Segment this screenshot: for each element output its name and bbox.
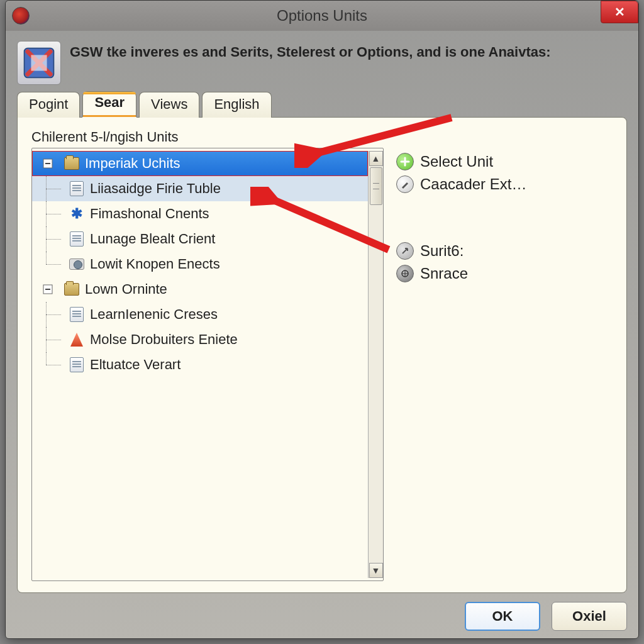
header-row: GSW tke inveres es and Serits, Stelerest… xyxy=(17,41,627,85)
snrace-action[interactable]: Snrace xyxy=(396,262,613,285)
tab-views[interactable]: Views xyxy=(139,92,199,118)
tree-item[interactable]: Lown Orninte xyxy=(32,277,368,302)
header-description: GSW tke inveres es and Serits, Stelerest… xyxy=(70,41,551,85)
tree-item[interactable]: Lunage Blealt Crient xyxy=(32,226,368,252)
tab-row: Pogint Sear Views English xyxy=(17,91,627,117)
scroll-up-button[interactable]: ▲ xyxy=(369,151,383,166)
tree-item-label: Liiasaidge Firie Tuble xyxy=(90,180,221,197)
app-icon xyxy=(12,7,30,25)
select-unit-action[interactable]: Select Unit xyxy=(396,150,613,173)
side-actions: Select Unit Caacader Ext… Surit6: xyxy=(396,148,613,581)
header-icon xyxy=(17,41,61,85)
tree-item[interactable]: ✱Fimashonal Cnents xyxy=(32,201,368,226)
tree-item[interactable]: Lowit Knopen Enects xyxy=(32,252,368,277)
camera-icon xyxy=(67,255,86,273)
cancel-button[interactable]: Oxiel xyxy=(552,602,627,631)
dialog-body: GSW tke inveres es and Serits, Stelerest… xyxy=(6,31,638,638)
expand-icon[interactable] xyxy=(38,155,57,172)
tree-item[interactable]: Liiasaidge Firie Tuble xyxy=(32,176,368,201)
expand-icon[interactable] xyxy=(38,280,57,298)
panel-title: Chilerent 5-l/ngish Units xyxy=(31,129,613,145)
dialog-buttons: OK Oxiel xyxy=(17,593,627,631)
tab-sear[interactable]: Sear xyxy=(82,91,136,117)
document-icon xyxy=(67,230,86,248)
tab-panel: Chilerent 5-l/ngish Units Imperiak Uchit… xyxy=(17,117,627,593)
content-row: Imperiak UchitsLiiasaidge Firie Tuble✱Fi… xyxy=(31,148,613,581)
tree-item[interactable]: Imperiak Uchits xyxy=(32,151,368,176)
select-unit-label: Select Unit xyxy=(420,153,493,170)
arrow-icon xyxy=(396,242,414,260)
folder-icon xyxy=(62,280,81,298)
tree-wrap: Imperiak UchitsLiiasaidge Firie Tuble✱Fi… xyxy=(31,148,384,581)
window-title: Options Units xyxy=(277,7,367,25)
folder-icon xyxy=(62,155,81,172)
tree-item-label: Fimashonal Cnents xyxy=(90,206,209,222)
globe-icon xyxy=(396,265,414,282)
tab-pogint[interactable]: Pogint xyxy=(17,92,80,118)
tree-item[interactable]: Eltuatce Verart xyxy=(32,352,368,377)
plus-icon xyxy=(396,153,414,170)
tab-english[interactable]: English xyxy=(202,92,271,118)
document-icon xyxy=(67,356,86,374)
tree-item[interactable]: Molse Drobuiters Eniete xyxy=(32,327,368,352)
warning-icon xyxy=(67,331,86,348)
document-icon xyxy=(67,306,86,323)
titlebar: Options Units ✕ xyxy=(6,1,638,31)
chevron-down-icon: ▼ xyxy=(372,565,380,575)
surit-label: Surit6: xyxy=(420,242,464,260)
caacader-action[interactable]: Caacader Ext… xyxy=(396,173,613,196)
tree-item-label: Lown Orninte xyxy=(85,281,167,297)
close-icon: ✕ xyxy=(614,4,625,19)
ok-button[interactable]: OK xyxy=(465,602,540,631)
tree-scrollbar[interactable]: ▲ ▼ xyxy=(368,151,383,578)
document-icon xyxy=(67,180,86,197)
tree-item-label: LearnIenenic Creses xyxy=(90,306,218,323)
snrace-label: Snrace xyxy=(420,265,468,282)
tree-item-label: Molse Drobuiters Eniete xyxy=(90,331,238,348)
tree-item-label: Lunage Blealt Crient xyxy=(90,231,215,247)
asterisk-icon: ✱ xyxy=(67,205,86,223)
scroll-thumb[interactable] xyxy=(370,167,382,205)
surit-action[interactable]: Surit6: xyxy=(396,240,613,262)
scroll-down-button[interactable]: ▼ xyxy=(369,563,383,578)
tree-item-label: Imperiak Uchits xyxy=(85,155,180,172)
svg-rect-1 xyxy=(31,55,47,70)
pencil-icon xyxy=(396,175,414,193)
options-window: Options Units ✕ GSW tke inveres es and S… xyxy=(5,0,639,639)
close-button[interactable]: ✕ xyxy=(601,1,638,23)
caacader-label: Caacader Ext… xyxy=(420,175,526,193)
chevron-up-icon: ▲ xyxy=(372,153,380,164)
tree-item-label: Lowit Knopen Enects xyxy=(90,256,220,272)
tree-item[interactable]: LearnIenenic Creses xyxy=(32,302,368,327)
tree-item-label: Eltuatce Verart xyxy=(90,357,180,373)
unit-tree: Imperiak UchitsLiiasaidge Firie Tuble✱Fi… xyxy=(31,148,384,581)
